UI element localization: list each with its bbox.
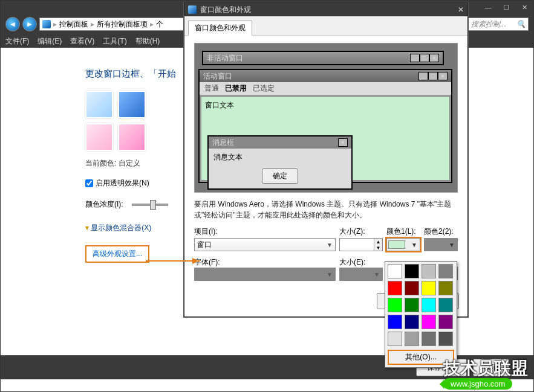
annotation-arrow: [146, 260, 200, 262]
tab-appearance[interactable]: 窗口颜色和外观: [188, 21, 252, 36]
color-swatch[interactable]: [405, 332, 419, 346]
color-swatch[interactable]: [422, 298, 436, 312]
breadcrumb[interactable]: 控制面板: [59, 19, 88, 30]
color-swatch[interactable]: [388, 264, 402, 278]
menu-file[interactable]: 文件(F): [5, 36, 29, 47]
chevron-down-icon: ▼: [410, 242, 418, 248]
close-button[interactable]: ✕: [518, 2, 531, 12]
advanced-appearance-link[interactable]: 高级外观设置...: [85, 245, 149, 263]
watermark: 技术员联盟 www.jsgho.com: [443, 357, 528, 390]
color-swatch[interactable]: [438, 315, 453, 329]
cp-icon: [42, 20, 51, 28]
color-swatch[interactable]: [405, 298, 419, 312]
color-swatch[interactable]: [438, 332, 453, 346]
dialog-icon: [188, 5, 197, 14]
color-swatch[interactable]: [388, 298, 402, 312]
color-picker-popup: 其他(O)...: [385, 261, 457, 368]
watermark-url: www.jsgho.com: [443, 378, 512, 390]
back-button[interactable]: ◄: [5, 17, 20, 31]
color-swatch[interactable]: [118, 123, 146, 151]
color-swatch[interactable]: [422, 281, 436, 295]
color-swatch[interactable]: [438, 298, 453, 312]
maximize-button[interactable]: ☐: [500, 2, 513, 12]
transparency-label: 启用透明效果(N): [96, 178, 149, 188]
menu-disabled: 已禁用: [225, 84, 247, 92]
menu-tools[interactable]: 工具(T): [103, 36, 126, 47]
preview-msgbox: 消息框 × 消息文本 确定: [207, 135, 353, 190]
item-value: 窗口: [197, 240, 212, 250]
color-swatch[interactable]: [85, 91, 113, 118]
search-input[interactable]: 搜索控制... 🔍: [468, 18, 529, 31]
color-swatch[interactable]: [388, 281, 402, 295]
menu-help[interactable]: 帮助(H): [135, 36, 160, 47]
color-swatch[interactable]: [438, 264, 453, 278]
dialog-title: 窗口颜色和外观: [200, 5, 251, 15]
breadcrumb[interactable]: 个: [156, 19, 163, 30]
window-text: 窗口文本: [205, 101, 234, 109]
color-swatch[interactable]: [405, 315, 419, 329]
dialog-titlebar[interactable]: 窗口颜色和外观 ✕: [184, 3, 467, 16]
color-swatch[interactable]: [388, 332, 402, 346]
color2-button: ▼: [424, 238, 458, 251]
transparency-checkbox[interactable]: [85, 179, 93, 187]
search-icon: 🔍: [516, 20, 526, 28]
msgbox-text: 消息文本: [213, 152, 347, 162]
color-swatch[interactable]: [405, 281, 419, 295]
aero-note: 要启用 Windows Aero，请选择 Windows 主题。只有选择 Win…: [194, 199, 458, 220]
search-placeholder: 搜索控制...: [471, 19, 506, 30]
color-swatch[interactable]: [388, 315, 402, 329]
minimize-button[interactable]: —: [481, 2, 495, 12]
active-title: 活动窗口: [203, 71, 232, 82]
watermark-text: 技术员联盟: [443, 357, 528, 380]
size-z-spinner[interactable]: ▲▼: [339, 238, 383, 251]
color2-label: 颜色2(2):: [424, 227, 458, 237]
menu-edit[interactable]: 编辑(E): [37, 36, 62, 47]
size-z-label: 大小(Z):: [339, 227, 383, 237]
tabstrip: 窗口颜色和外观: [184, 16, 467, 36]
preview-inactive-window: 非活动窗口 _□×: [202, 51, 444, 65]
font-label: 字体(F):: [194, 257, 336, 268]
color-swatch[interactable]: [438, 281, 453, 295]
color-swatch[interactable]: [85, 123, 113, 151]
forward-button[interactable]: ►: [22, 17, 37, 31]
item-label: 项目(I):: [194, 227, 336, 237]
item-combo[interactable]: 窗口 ▼: [194, 238, 336, 251]
inactive-title: 非活动窗口: [207, 53, 243, 63]
intensity-label: 颜色浓度(I):: [85, 199, 123, 210]
size-e-label: 大小(E):: [339, 257, 383, 268]
color-swatch[interactable]: [422, 264, 436, 278]
menu-view[interactable]: 查看(V): [70, 36, 94, 47]
close-icon[interactable]: ✕: [458, 5, 464, 14]
menu-normal: 普通: [204, 84, 219, 92]
color-swatch[interactable]: [405, 264, 419, 278]
msgbox-ok: 确定: [262, 169, 298, 184]
menu-selected: 已选定: [253, 84, 275, 92]
preview-active-window: 活动窗口 _□× 普通 已禁用 已选定 窗口文本 消息框 ×: [198, 69, 452, 183]
color-swatch[interactable]: [422, 332, 436, 346]
chevron-down-icon: ▼: [327, 242, 333, 248]
color-swatch[interactable]: [422, 315, 436, 329]
font-combo: ▼: [194, 268, 336, 281]
size-e-combo: ▼: [339, 268, 383, 281]
preview-pane: 非活动窗口 _□× 活动窗口 _□× 普通 已禁用 已选定 窗口文本: [194, 43, 458, 193]
intensity-slider[interactable]: [132, 204, 168, 206]
color-swatch[interactable]: [118, 91, 146, 118]
msgbox-title: 消息框: [212, 138, 234, 148]
breadcrumb[interactable]: 所有控制面板项: [97, 19, 148, 30]
color1-label: 颜色1(L):: [386, 227, 420, 237]
color1-button[interactable]: ▼: [386, 238, 420, 251]
